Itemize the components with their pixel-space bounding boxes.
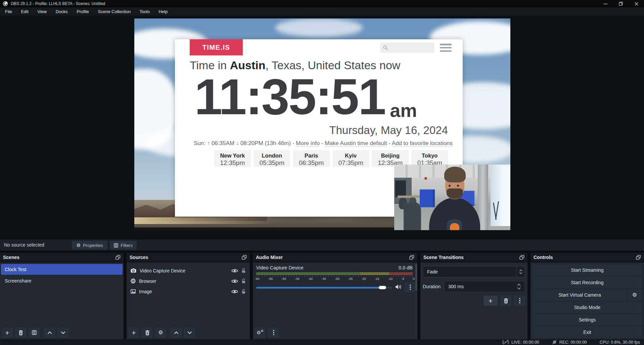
visibility-eye-button[interactable] xyxy=(231,279,238,283)
bright-window xyxy=(491,165,510,226)
spin-up-icon[interactable] xyxy=(517,284,521,286)
sources-title: Sources xyxy=(130,255,148,260)
city-paris[interactable]: Paris06:35pm xyxy=(293,150,330,167)
start-streaming-button[interactable]: Start Streaming xyxy=(533,264,642,276)
popout-icon[interactable] xyxy=(636,255,641,260)
start-virtual-camera-button[interactable]: Start Virtual Camera xyxy=(533,289,627,301)
sun-info-line: Sun: ↑ 06:35AM ↓ 08:20PM (13h 46m) - Mor… xyxy=(194,140,453,147)
gear-icon: ⚙ xyxy=(632,292,637,298)
filter-icon xyxy=(32,330,37,335)
lock-button[interactable] xyxy=(241,268,246,273)
source-item-image[interactable]: Image xyxy=(128,286,249,297)
volume-slider[interactable] xyxy=(256,283,392,293)
trash-icon xyxy=(145,330,150,335)
settings-button[interactable]: Settings xyxy=(533,314,642,326)
timeis-logo[interactable]: TIME.IS xyxy=(190,39,243,55)
exit-sign xyxy=(424,177,427,180)
menu-scene-collection[interactable]: Scene Collection xyxy=(94,7,135,16)
add-scene-button[interactable]: + xyxy=(2,328,13,338)
scene-filters-button[interactable] xyxy=(29,328,40,338)
add-source-button[interactable]: + xyxy=(128,328,139,338)
webcam-source[interactable] xyxy=(394,165,510,230)
rec-time: REC: 00:00:00 xyxy=(559,340,587,345)
source-properties-button[interactable]: ⚙ xyxy=(155,328,166,338)
more-info-link[interactable]: More info xyxy=(296,140,320,147)
move-scene-down-button[interactable] xyxy=(57,328,68,338)
popout-icon[interactable] xyxy=(519,255,524,260)
virtual-camera-config-button[interactable]: ⚙ xyxy=(628,289,642,301)
duration-spinner[interactable]: 300 ms xyxy=(444,281,525,292)
source-item-browser[interactable]: Browser xyxy=(128,276,249,286)
menu-profile[interactable]: Profile xyxy=(73,7,93,16)
lock-button[interactable] xyxy=(241,289,246,294)
unlock-icon xyxy=(241,278,246,284)
audio-mixer-title: Audio Mixer xyxy=(256,255,283,260)
menu-view[interactable]: View xyxy=(34,7,50,16)
kebab-dots-icon xyxy=(410,285,411,290)
preview-canvas[interactable]: TIME.IS Time in Austin, Texas, United St… xyxy=(134,18,510,230)
preview-workspace: TIME.IS Time in Austin, Texas, United St… xyxy=(0,16,644,240)
speaker-icon[interactable] xyxy=(395,284,402,290)
transition-menu-button[interactable] xyxy=(514,296,525,306)
start-recording-button[interactable]: Start Recording xyxy=(533,277,642,288)
scene-item-screenshare[interactable]: Screenshare xyxy=(1,275,123,286)
plus-icon: + xyxy=(132,329,136,336)
menu-edit[interactable]: Edit xyxy=(17,7,32,16)
search-input[interactable] xyxy=(390,43,432,53)
advanced-audio-button[interactable]: ⚙⚙ xyxy=(255,328,266,338)
source-item-video-capture[interactable]: Video Capture Device xyxy=(128,265,249,276)
filters-button[interactable]: Filters xyxy=(110,241,137,250)
move-scene-up-button[interactable] xyxy=(44,328,55,338)
remove-transition-button[interactable] xyxy=(500,296,511,306)
move-source-down-button[interactable] xyxy=(184,328,195,338)
dock-area: Scenes Clock Test Screenshare + Sources xyxy=(0,251,644,339)
office-desk xyxy=(398,196,422,198)
eye-icon xyxy=(231,290,238,294)
studio-mode-button[interactable]: Studio Mode xyxy=(533,302,642,313)
menu-docks[interactable]: Docks xyxy=(52,7,72,16)
add-transition-button[interactable]: + xyxy=(484,296,498,306)
make-default-link[interactable]: Make Austin time default xyxy=(325,140,387,147)
exit-button[interactable]: Exit xyxy=(533,327,642,338)
popout-icon[interactable] xyxy=(242,255,247,260)
meter-tick-marks xyxy=(256,275,413,276)
popout-icon[interactable] xyxy=(116,255,121,260)
hamburger-menu-icon[interactable] xyxy=(440,44,452,52)
unlock-icon xyxy=(241,289,246,294)
add-favorite-link[interactable]: Add to favorite locations xyxy=(392,140,453,147)
scene-item-clock-test[interactable]: Clock Test xyxy=(1,264,123,275)
transition-select[interactable]: Fade xyxy=(423,266,525,277)
current-date: Thursday, May 16, 2024 xyxy=(329,124,448,137)
menu-file[interactable]: File xyxy=(1,7,16,16)
double-gear-icon: ⚙⚙ xyxy=(257,330,264,336)
city-london[interactable]: London05:35pm xyxy=(254,150,290,167)
maximize-button[interactable] xyxy=(613,0,629,7)
mixer-menu-button[interactable] xyxy=(268,328,279,338)
duration-label: Duration xyxy=(423,281,441,292)
remove-source-button[interactable] xyxy=(142,328,153,338)
visibility-eye-button[interactable] xyxy=(231,269,238,273)
cloud xyxy=(275,18,363,37)
gear-icon: ⚙ xyxy=(77,243,81,248)
move-source-up-button[interactable] xyxy=(171,328,182,338)
volume-slider-handle[interactable] xyxy=(379,286,386,289)
lock-button[interactable] xyxy=(241,278,246,284)
menu-tools[interactable]: Tools xyxy=(136,7,153,16)
scene-transitions-panel: Scene Transitions Fade Duration 300 ms xyxy=(420,253,527,339)
live-clock: 11:35:51 am xyxy=(194,72,417,122)
remove-scene-button[interactable] xyxy=(15,328,26,338)
visibility-eye-button[interactable] xyxy=(231,290,238,294)
popout-icon[interactable] xyxy=(409,255,414,260)
minimize-button[interactable] xyxy=(598,0,613,7)
close-button[interactable] xyxy=(629,0,644,7)
properties-button[interactable]: ⚙ Properties xyxy=(72,241,107,250)
city-kyiv[interactable]: Kyiv07:35pm xyxy=(333,150,369,167)
spin-down-icon[interactable] xyxy=(517,287,521,290)
city-newyork[interactable]: New York12:35pm xyxy=(214,150,251,167)
menu-help[interactable]: Help xyxy=(155,7,171,16)
eye-icon xyxy=(231,269,238,273)
mixer-source-menu-button[interactable] xyxy=(405,282,416,292)
mixer-scrollbar[interactable] xyxy=(415,263,417,339)
person-hair xyxy=(444,167,466,182)
chevron-up-icon xyxy=(174,331,179,334)
